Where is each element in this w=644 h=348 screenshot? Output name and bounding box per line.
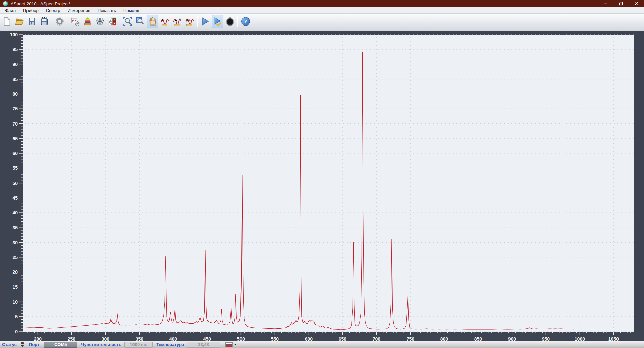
menu-item-device[interactable]: Прибор	[19, 7, 42, 13]
toolbar-separator	[197, 16, 198, 27]
spectrum-plot[interactable]: 0510152025303540455055606570758085909510…	[0, 31, 644, 341]
svg-text:80: 80	[12, 91, 18, 97]
export-txt-icon: TXT	[40, 17, 49, 26]
svg-text:+: +	[161, 17, 163, 22]
language-dropdown-arrow[interactable]	[234, 344, 237, 345]
temperature-value-field: 23,48	[187, 342, 220, 348]
status-bar: Статус Порт COM5 Чувствительность 1000 m…	[0, 341, 644, 348]
measurement-setup-button[interactable]: 1 2	[69, 15, 81, 28]
math-functions-icon: √xExp	[108, 17, 117, 26]
settings-button[interactable]	[54, 15, 65, 28]
svg-text:TXT: TXT	[41, 17, 47, 19]
svg-text:400: 400	[169, 336, 177, 341]
sensitivity-label: Чувствительность	[81, 342, 121, 347]
atom-icon	[95, 17, 105, 26]
measurement-chart-icon: 1 2	[70, 17, 80, 26]
russia-flag-icon[interactable]	[225, 342, 233, 347]
svg-text:450: 450	[203, 336, 211, 341]
y-axis-ticks	[19, 35, 23, 332]
open-folder-icon	[15, 17, 24, 26]
stopwatch-icon	[225, 17, 235, 26]
svg-text:++: ++	[186, 18, 191, 22]
window-controls	[598, 0, 644, 7]
add-spectrum-double-button[interactable]: ++	[184, 15, 196, 28]
svg-text:35: 35	[12, 225, 18, 230]
spectrum-chart[interactable]: 0510152025303540455055606570758085909510…	[0, 31, 644, 341]
app-window: ASpect 2010 - ASpectProject* ФайлПриборС…	[0, 0, 644, 348]
svg-text:800: 800	[440, 336, 448, 341]
toolbar-separator	[67, 16, 67, 27]
svg-text:?: ?	[244, 18, 247, 25]
title-bar: ASpect 2010 - ASpectProject*	[0, 0, 644, 7]
svg-text:1000: 1000	[575, 336, 585, 341]
svg-text:√: √	[110, 18, 112, 21]
save-icon	[27, 17, 37, 26]
new-project-button[interactable]	[1, 15, 13, 28]
pan-button[interactable]	[147, 15, 158, 28]
minimize-button[interactable]	[598, 0, 613, 7]
svg-text:40: 40	[12, 210, 18, 215]
svg-text:700: 700	[373, 336, 381, 341]
svg-text:55: 55	[12, 165, 18, 171]
play-repeat-icon	[213, 17, 222, 26]
toolbar: TXT1 2√xExp++++?	[0, 14, 644, 31]
svg-text:90: 90	[12, 62, 18, 67]
svg-text:300: 300	[102, 336, 110, 341]
svg-text:650: 650	[339, 336, 347, 341]
add-spectrum-marked-button[interactable]: +	[171, 15, 183, 28]
play-icon	[201, 17, 210, 26]
color-diagram-icon	[83, 17, 92, 26]
svg-text:20: 20	[12, 269, 18, 275]
help-button[interactable]: ?	[239, 15, 251, 28]
wave-double-plus-icon: ++	[185, 17, 195, 26]
zoom-selection-button[interactable]	[134, 15, 146, 28]
svg-text:65: 65	[12, 136, 18, 141]
svg-text:200: 200	[34, 336, 42, 341]
svg-text:5: 5	[15, 314, 18, 319]
port-label: Порт	[29, 342, 39, 347]
svg-text:30: 30	[12, 240, 18, 245]
export-txt-button[interactable]: TXT	[38, 15, 50, 28]
svg-text:x: x	[113, 18, 115, 21]
device-status-icon	[20, 342, 25, 347]
temperature-label: Температура	[156, 342, 184, 347]
menu-item-file[interactable]: Файл	[1, 7, 19, 13]
hand-icon	[148, 17, 157, 26]
svg-text:60: 60	[12, 151, 18, 156]
port-value-field: COM5	[44, 342, 77, 348]
svg-text:75: 75	[12, 106, 18, 111]
svg-text:50: 50	[12, 181, 18, 186]
start-measurement-button[interactable]	[199, 15, 211, 28]
zoom-in-icon	[123, 17, 132, 26]
color-diagram-button[interactable]	[82, 15, 93, 28]
sensitivity-value-field: 1000 ms	[124, 342, 153, 348]
svg-text:Exp: Exp	[109, 22, 112, 25]
math-functions-button[interactable]: √xExp	[106, 15, 118, 28]
save-project-button[interactable]	[26, 15, 38, 28]
wave-plus-icon: +	[160, 17, 170, 26]
add-spectrum-button[interactable]: +	[159, 15, 171, 28]
svg-text:750: 750	[407, 336, 415, 341]
svg-text:0: 0	[15, 329, 18, 334]
svg-text:500: 500	[237, 336, 245, 341]
close-button[interactable]	[629, 0, 644, 7]
menu-item-measurements[interactable]: Измерения	[64, 7, 94, 13]
gear-icon	[55, 17, 64, 26]
toolbar-separator	[120, 16, 120, 27]
svg-text:+: +	[175, 18, 177, 22]
menu-item-help[interactable]: Помощь	[120, 7, 144, 13]
continuous-measurement-button[interactable]	[212, 15, 223, 28]
svg-text:25: 25	[12, 255, 18, 260]
status-label: Статус	[2, 342, 17, 347]
element-analysis-button[interactable]	[94, 15, 106, 28]
svg-text:1050: 1050	[608, 336, 619, 341]
open-project-button[interactable]	[13, 15, 25, 28]
integration-timer-button[interactable]	[224, 15, 236, 28]
menu-item-view[interactable]: Показать	[94, 7, 120, 13]
svg-text:15: 15	[12, 284, 18, 290]
menu-item-spectrum[interactable]: Спектр	[42, 7, 64, 13]
zoom-in-button[interactable]	[122, 15, 133, 28]
wave-plus-marker-icon: +	[173, 17, 182, 26]
svg-text:70: 70	[12, 121, 18, 127]
restore-button[interactable]	[613, 0, 629, 7]
